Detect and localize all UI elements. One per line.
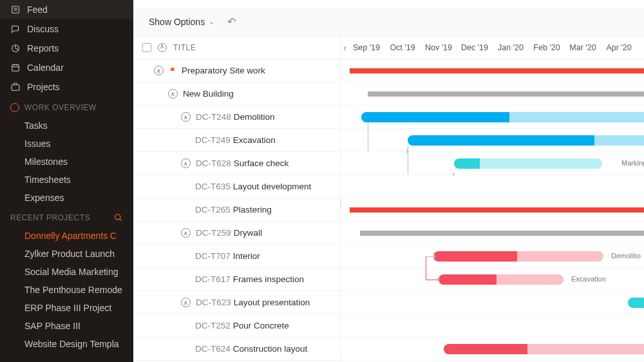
task-code: DC-T617 <box>195 274 231 284</box>
milestone-flag-icon <box>169 66 178 75</box>
sidebar-item-calendar[interactable]: Calendar <box>0 58 133 77</box>
collapse-icon[interactable]: ∧ <box>181 228 191 238</box>
sidebar-item-tasks[interactable]: Tasks <box>0 117 133 135</box>
sidebar-item-feed[interactable]: Feed <box>0 0 133 19</box>
task-bar-remaining[interactable] <box>497 274 564 285</box>
task-bar-label: Marking <box>621 159 644 167</box>
task-bar-remaining[interactable] <box>527 344 644 354</box>
task-title: New Building <box>183 89 234 99</box>
task-title: Preparatory Site work <box>182 66 265 75</box>
search-icon[interactable] <box>114 213 123 222</box>
tree-row[interactable]: DC-T624 Construction layout <box>133 338 340 361</box>
month-cell: Mar '20 <box>565 43 601 52</box>
task-title: Layout development <box>233 182 312 191</box>
task-bar-remaining[interactable] <box>509 112 644 122</box>
month-cell: Nov '19 <box>421 43 457 52</box>
sidebar-item-reports[interactable]: Reports <box>0 39 133 58</box>
task-bar[interactable] <box>433 251 517 262</box>
sidebar-item-issues[interactable]: Issues <box>0 135 133 153</box>
task-bar[interactable] <box>628 298 644 308</box>
wbs-icon[interactable] <box>142 43 151 52</box>
reports-icon <box>10 43 21 53</box>
tree-row[interactable]: DC-T617 Frames inspection <box>133 268 340 291</box>
task-code: DC-T623 <box>196 298 231 307</box>
gantt-timeline-header: ‹ Sep '19Oct '19Nov '19Dec '19Jan '20Feb… <box>341 36 644 59</box>
collapse-icon[interactable]: ∧ <box>181 298 191 307</box>
chevron-down-icon: ⌄ <box>209 17 214 26</box>
task-title: Plastering <box>233 205 272 214</box>
task-code: DC-T628 <box>196 158 231 168</box>
sidebar-item-timesheets[interactable]: Timesheets <box>0 171 133 189</box>
task-title: Construction layout <box>233 344 308 354</box>
dependency-line <box>426 256 426 280</box>
collapse-icon[interactable]: ∧ <box>181 158 191 168</box>
sidebar-item-discuss[interactable]: Discuss <box>0 19 133 39</box>
recent-project-item[interactable]: ERP Phase III Project <box>0 299 133 317</box>
svg-rect-4 <box>12 64 19 71</box>
task-bar-label: Demolitio <box>611 252 641 260</box>
recent-projects-header: RECENT PROJECTS <box>0 207 133 227</box>
work-overview-icon <box>10 103 19 112</box>
tree-row[interactable]: DC-T252 Pour Concrete <box>133 314 340 338</box>
summary-bar[interactable] <box>368 91 644 97</box>
feed-icon <box>10 5 21 15</box>
work-overview-title: WORK OVERVIEW <box>24 103 97 112</box>
summary-bar[interactable] <box>360 231 644 236</box>
task-bar[interactable] <box>439 274 497 285</box>
task-bar[interactable] <box>408 135 594 146</box>
timeline-prev-icon[interactable]: ‹ <box>341 42 348 53</box>
tree-row[interactable]: ∧Preparatory Site work <box>133 59 340 82</box>
tree-row[interactable]: ∧DC-T628 Surface check <box>133 152 340 175</box>
task-title: Pour Concrete <box>233 321 289 330</box>
tree-row[interactable]: DC-T249 Excavation <box>133 129 340 152</box>
tree-row[interactable]: ∧DC-T623 Layout presentation <box>133 291 340 314</box>
undo-icon[interactable]: ↶ <box>227 15 236 28</box>
task-bar-remaining[interactable] <box>480 158 602 169</box>
tree-row[interactable]: ∧DC-T259 Drywall <box>133 222 340 245</box>
nav-label: Projects <box>27 82 60 92</box>
task-title: Drywall <box>234 228 262 238</box>
show-options-label: Show Options <box>149 17 205 27</box>
task-code: DC-T265 <box>195 205 231 214</box>
summary-bar[interactable] <box>350 207 644 213</box>
sidebar-item-milestones[interactable]: Milestones <box>0 153 133 171</box>
recent-project-item[interactable]: Website Design Templa <box>0 335 133 353</box>
tree-row[interactable]: DC-T635 Layout development <box>133 175 340 198</box>
collapse-icon[interactable]: ∧ <box>181 112 191 122</box>
collapse-all-icon[interactable] <box>158 43 167 52</box>
tree-row[interactable]: DC-T265 Plastering <box>133 198 340 222</box>
task-bar-label: Excavation <box>571 275 606 283</box>
sidebar-item-projects[interactable]: Projects <box>0 77 133 97</box>
gantt-body[interactable]: Marking Demolitio <box>341 59 644 361</box>
tree-row[interactable]: ∧DC-T248 Demolition <box>133 106 340 129</box>
sidebar: FeedDiscussReportsCalendarProjects WORK … <box>0 0 133 362</box>
tree-row[interactable]: DC-T707 Interior <box>133 245 340 268</box>
month-cell: Oct '19 <box>384 43 421 52</box>
show-options-button[interactable]: Show Options ⌄ <box>149 17 214 27</box>
recent-project-item[interactable]: Donnelly Apartments C <box>0 227 133 245</box>
summary-bar[interactable] <box>350 68 644 73</box>
tree-body: ∧Preparatory Site work∧New Building∧DC-T… <box>133 59 340 362</box>
task-bar[interactable] <box>444 344 527 354</box>
task-code: DC-T249 <box>195 135 231 145</box>
month-cell: Apr '20 <box>601 43 637 52</box>
nav-label: Reports <box>27 43 59 53</box>
toolbar: Show Options ⌄ ↶ <box>133 8 644 36</box>
task-bar[interactable] <box>454 158 480 169</box>
task-bar[interactable] <box>361 112 509 122</box>
sidebar-item-expenses[interactable]: Expenses <box>0 189 133 207</box>
task-code: DC-T635 <box>195 182 231 191</box>
collapse-icon[interactable]: ∧ <box>168 89 178 99</box>
task-code: DC-T252 <box>195 321 231 330</box>
recent-project-item[interactable]: Zylker Product Launch <box>0 245 133 263</box>
collapse-icon[interactable]: ∧ <box>154 66 164 75</box>
tree-row[interactable]: ∧New Building <box>133 82 340 106</box>
task-title: Excavation <box>233 135 276 145</box>
recent-project-item[interactable]: The Penthouse Remode <box>0 281 133 299</box>
task-code: DC-T707 <box>195 251 231 261</box>
task-bar-remaining[interactable] <box>594 135 644 146</box>
recent-project-item[interactable]: Social Media Marketing <box>0 263 133 281</box>
recent-project-item[interactable]: SAP Phase III <box>0 317 133 335</box>
task-bar-remaining[interactable] <box>517 251 603 262</box>
nav-label: Calendar <box>27 62 64 73</box>
